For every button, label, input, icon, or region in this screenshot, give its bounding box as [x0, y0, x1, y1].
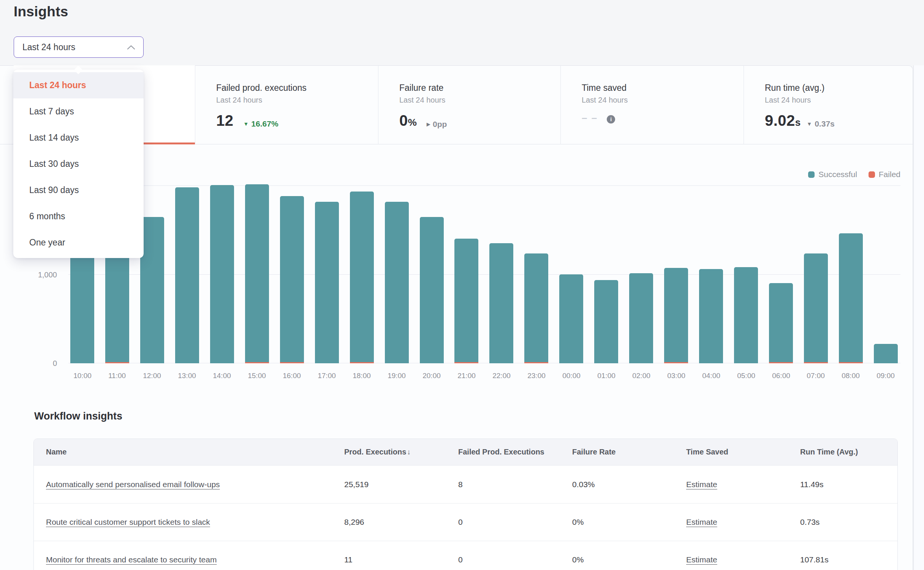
card-failure-rate[interactable]: Failure rate Last 24 hours 0% ▶ 0pp: [378, 65, 560, 144]
x-tick-label: 16:00: [283, 372, 301, 380]
bar-03:00: [664, 268, 688, 363]
column-header-time-saved[interactable]: Time Saved: [686, 448, 800, 456]
x-tick-label: 11:00: [108, 372, 126, 380]
legend-item-failed[interactable]: Failed: [869, 170, 900, 179]
run-time-avg-value: 107.81s: [800, 555, 897, 564]
bar-failed-segment: [245, 362, 269, 363]
x-tick-label: 19:00: [388, 372, 406, 380]
y-tick-label: 1,000: [38, 270, 57, 279]
card-title: Run time (avg.): [765, 83, 913, 93]
time-saved-estimate-link[interactable]: Estimate: [686, 518, 717, 526]
bar-failed-segment: [280, 362, 304, 363]
bar-successful-segment: [280, 196, 304, 362]
workflow-name-link[interactable]: Route critical customer support tickets …: [46, 518, 210, 526]
workflow-name-link[interactable]: Automatically send personalised email fo…: [46, 480, 220, 489]
bar-successful-segment: [524, 253, 548, 362]
table-row: Monitor for threats and escalate to secu…: [34, 541, 897, 570]
bar-successful-segment: [804, 253, 828, 362]
bar-23:00: [524, 253, 548, 363]
chevron-up-icon: [127, 45, 136, 50]
bar-failed-segment: [454, 362, 478, 363]
bar-successful-segment: [420, 217, 444, 363]
bar-successful-segment: [699, 269, 723, 363]
bar-01:00: [594, 280, 618, 363]
column-header-run-time-avg[interactable]: Run Time (Avg.): [800, 448, 897, 456]
bar-13:00: [175, 187, 199, 363]
card-time-saved[interactable]: Time saved Last 24 hours – – i: [560, 65, 744, 144]
bar-18:00: [350, 192, 374, 363]
time-saved-estimate: Estimate: [686, 480, 800, 489]
bar-09:00: [874, 344, 898, 363]
time-range-select[interactable]: Last 24 hours: [14, 36, 144, 58]
chart-x-axis: 10:0011:0012:0013:0014:0015:0016:0017:00…: [68, 372, 900, 383]
info-icon[interactable]: i: [607, 115, 615, 124]
legend-label: Failed: [879, 170, 900, 179]
failure-rate-value: 0%: [572, 518, 686, 527]
sort-desc-icon: ↓: [407, 448, 411, 456]
run-time-avg-value: 11.49s: [800, 480, 897, 489]
bar-failed-segment: [105, 362, 129, 363]
bar-21:00: [454, 239, 478, 363]
table-row: Route critical customer support tickets …: [34, 503, 897, 541]
bar-successful-segment: [175, 187, 199, 363]
gridline-2,000: [68, 185, 900, 186]
menu-option-last-90-days[interactable]: Last 90 days: [13, 177, 144, 203]
card-title: Failure rate: [399, 83, 560, 93]
card-value: 9.02: [765, 112, 795, 129]
failed-prod-executions-value: 0: [458, 555, 572, 564]
time-saved-estimate: Estimate: [686, 555, 800, 564]
trend-text: 16.67%: [251, 119, 278, 128]
bar-successful-segment: [140, 217, 164, 363]
x-tick-label: 04:00: [702, 372, 720, 380]
bar-successful-segment: [629, 273, 653, 363]
bar-successful-segment: [594, 280, 618, 363]
bar-successful-segment: [664, 268, 688, 362]
page-title: Insights: [14, 4, 68, 20]
bar-successful-segment: [245, 184, 269, 362]
card-run-time-avg[interactable]: Run time (avg.) Last 24 hours 9.02s ▼ 0.…: [744, 65, 913, 144]
trend-down-icon: ▼: [244, 121, 249, 127]
column-header-failure-rate[interactable]: Failure Rate: [572, 448, 686, 456]
x-tick-label: 09:00: [877, 372, 895, 380]
x-tick-label: 14:00: [213, 372, 231, 380]
x-tick-label: 15:00: [248, 372, 266, 380]
x-tick-label: 23:00: [527, 372, 546, 380]
bar-successful-segment: [734, 267, 758, 363]
workflow-name-link[interactable]: Monitor for threats and escalate to secu…: [46, 555, 217, 564]
workflow-name: Monitor for threats and escalate to secu…: [34, 555, 344, 564]
time-range-dropdown-menu: Last 24 hoursLast 7 daysLast 14 daysLast…: [13, 70, 144, 258]
column-header-failed-prod-executions[interactable]: Failed Prod. Executions: [458, 448, 572, 456]
bar-15:00: [245, 184, 269, 363]
x-tick-label: 00:00: [562, 372, 581, 380]
bar-successful-segment: [769, 283, 793, 362]
bar-08:00: [839, 233, 863, 363]
x-tick-label: 01:00: [597, 372, 615, 380]
card-value-unit: %: [408, 117, 417, 128]
run-time-avg-value: 0.73s: [800, 518, 897, 527]
card-value: 0: [399, 112, 408, 129]
trend-indicator: ▶ 0pp: [427, 120, 447, 129]
failure-rate-value: 0.03%: [572, 480, 686, 489]
x-tick-label: 03:00: [667, 372, 685, 380]
trend-text: 0.37s: [815, 119, 835, 128]
menu-option-one-year[interactable]: One year: [13, 230, 144, 256]
menu-option-last-14-days[interactable]: Last 14 days: [13, 125, 144, 151]
column-header-prod-executions[interactable]: Prod. Executions↓: [344, 448, 458, 456]
time-saved-estimate-link[interactable]: Estimate: [686, 480, 717, 489]
trend-down-icon: ▼: [807, 121, 812, 127]
menu-option-last-30-days[interactable]: Last 30 days: [13, 151, 144, 177]
bar-successful-segment: [385, 202, 409, 363]
chart-legend: SuccessfulFailed: [808, 170, 900, 179]
menu-option-last-24-hours[interactable]: Last 24 hours: [13, 72, 144, 98]
card-failed-prod-executions[interactable]: Failed prod. executions Last 24 hours 12…: [195, 65, 378, 144]
menu-option-last-7-days[interactable]: Last 7 days: [13, 98, 144, 125]
legend-item-successful[interactable]: Successful: [808, 170, 857, 179]
x-tick-label: 17:00: [318, 372, 336, 380]
bar-20:00: [420, 217, 444, 363]
bar-failed-segment: [769, 362, 793, 363]
column-header-name[interactable]: Name: [34, 448, 344, 456]
menu-option-6-months[interactable]: 6 months: [13, 203, 144, 230]
x-tick-label: 05:00: [737, 372, 755, 380]
legend-swatch-icon: [808, 171, 815, 178]
time-saved-estimate-link[interactable]: Estimate: [686, 555, 717, 564]
